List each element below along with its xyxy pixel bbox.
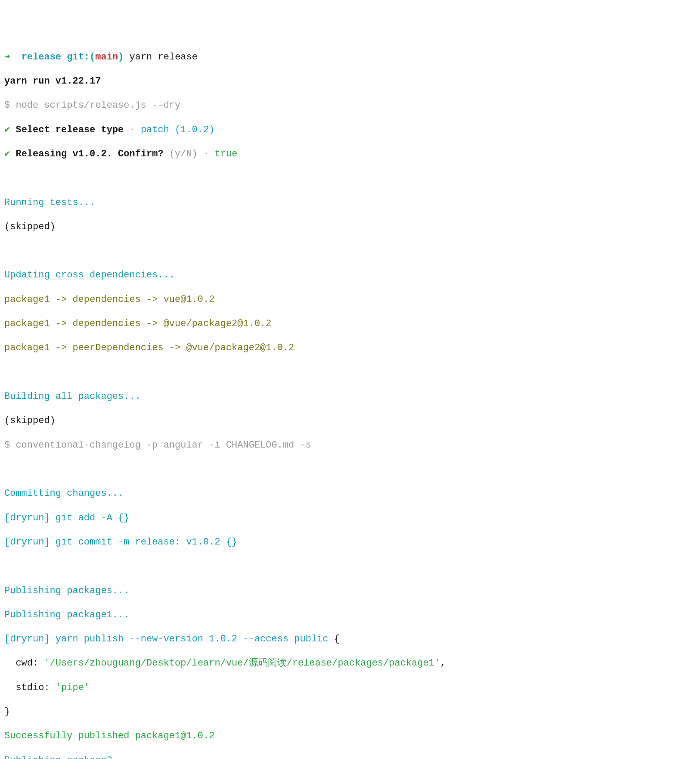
- blank-line: [4, 367, 696, 379]
- branch-name: main: [95, 52, 118, 62]
- stdio-value: 'pipe': [56, 682, 90, 693]
- git-open: git:(: [61, 52, 95, 62]
- select-label: Select release type: [10, 124, 124, 135]
- patch-choice: patch (1.0.2): [141, 124, 215, 135]
- committing-line: Committing changes...: [4, 488, 696, 500]
- check-icon: ✔: [4, 124, 10, 135]
- true-value: true: [215, 149, 238, 159]
- git-add-line: [dryrun] git add -A {}: [4, 512, 696, 524]
- dep-line-3: package1 -> peerDependencies -> @vue/pac…: [4, 342, 696, 354]
- publishing-package1-line: Publishing package1...: [4, 609, 696, 621]
- dep-line-2: package1 -> dependencies -> @vue/package…: [4, 318, 696, 330]
- publishing-package2-line: Publishing package2...: [4, 755, 696, 759]
- separator-dot: ·: [124, 124, 141, 135]
- blank-line: [4, 172, 696, 184]
- changelog-command-line: $ conventional-changelog -p angular -i C…: [4, 439, 696, 451]
- building-line: Building all packages...: [4, 391, 696, 403]
- cwd-line-1: cwd: '/Users/zhouguang/Desktop/learn/vue…: [4, 657, 696, 669]
- dep-line-1: package1 -> dependencies -> vue@1.0.2: [4, 294, 696, 306]
- cwd-key: cwd:: [4, 658, 44, 669]
- brace-close-line: }: [4, 706, 696, 718]
- select-line: ✔ Select release type · patch (1.0.2): [4, 124, 696, 136]
- stdio-line-1: stdio: 'pipe': [4, 682, 696, 694]
- separator-dot: ·: [198, 149, 215, 159]
- running-tests-line: Running tests...: [4, 197, 696, 209]
- skipped-line: (skipped): [4, 221, 696, 233]
- confirm-line: ✔ Releasing v1.0.2. Confirm? (y/N) · tru…: [4, 148, 696, 160]
- cwd-value: '/Users/zhouguang/Desktop/learn/vue/源码阅读…: [44, 658, 440, 669]
- publish-cmd-text: [dryrun] yarn publish --new-version 1.0.…: [4, 634, 334, 644]
- prompt-arrow: ➜: [4, 52, 22, 62]
- yn-hint: (y/N): [164, 149, 198, 159]
- command-text: yarn release: [124, 52, 198, 62]
- brace-open: {: [334, 634, 340, 644]
- skipped-line: (skipped): [4, 415, 696, 427]
- check-icon: ✔: [4, 149, 10, 159]
- node-command-line: $ node scripts/release.js --dry: [4, 100, 696, 112]
- blank-line: [4, 463, 696, 476]
- git-close: ): [118, 52, 124, 62]
- confirm-label: Releasing v1.0.2. Confirm?: [10, 149, 163, 159]
- blank-line: [4, 245, 696, 257]
- git-commit-line: [dryrun] git commit -m release: v1.0.2 {…: [4, 536, 696, 548]
- publishing-packages-line: Publishing packages...: [4, 585, 696, 597]
- prompt-line: ➜ release git:(main) yarn release: [4, 51, 696, 63]
- stdio-key: stdio:: [4, 682, 56, 693]
- blank-line: [4, 560, 696, 572]
- success1-line: Successfully published package1@1.0.2: [4, 730, 696, 742]
- publish-cmd1-line: [dryrun] yarn publish --new-version 1.0.…: [4, 633, 696, 645]
- updating-cross-line: Updating cross dependencies...: [4, 269, 696, 281]
- comma: ,: [440, 658, 446, 669]
- prompt-cwd: release: [22, 52, 61, 62]
- yarn-run-line: yarn run v1.22.17: [4, 75, 696, 87]
